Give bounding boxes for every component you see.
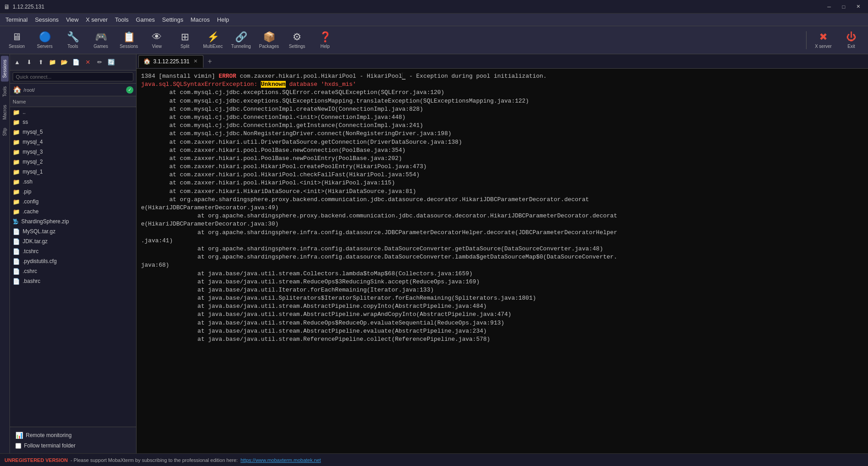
terminal-line: e(HikariJDBCParameterDecorator.java:30)	[141, 220, 863, 228]
tools-label: Tools	[67, 44, 78, 49]
terminal-line: at java.base/java.util.stream.Collectors…	[141, 270, 863, 278]
terminal-line: at java.base/java.util.stream.AbstractPi…	[141, 327, 863, 335]
side-tab-macros[interactable]: Macros	[1, 101, 9, 123]
list-item[interactable]: 📄MySQL.tar.gz	[10, 226, 136, 236]
file-item-name: mysql_3	[23, 149, 133, 155]
file-new-folder-button[interactable]: 📁	[47, 57, 58, 68]
file-up-button[interactable]: ▲	[12, 57, 23, 68]
menu-view[interactable]: View	[62, 15, 82, 24]
side-tab-sftp[interactable]: Sftp	[1, 124, 9, 140]
menu-terminal[interactable]: Terminal	[2, 15, 31, 24]
remote-monitor[interactable]: 📊 Remote monitoring	[13, 430, 133, 441]
side-tab-sessions[interactable]: Sessions	[1, 56, 9, 82]
file-download-button[interactable]: ⬇	[24, 57, 34, 68]
packages-icon: 📦	[263, 31, 275, 43]
file-delete-button[interactable]: ✕	[82, 57, 93, 68]
list-item[interactable]: 📁.ssh	[10, 177, 136, 187]
menu-sessions[interactable]: Sessions	[31, 15, 62, 24]
terminal-line: at org.apache.shardingsphere.proxy.backe…	[141, 196, 863, 204]
list-item[interactable]: 📄JDK.tar.gz	[10, 236, 136, 246]
exit-icon: ⏻	[846, 31, 856, 43]
list-item[interactable]: 📁.config	[10, 197, 136, 207]
list-item[interactable]: 📄.cshrc	[10, 266, 136, 276]
file-item-name: ss	[23, 119, 133, 125]
side-tab-tools[interactable]: Tools	[1, 83, 9, 100]
follow-folder-checkbox[interactable]	[15, 443, 21, 449]
status-message: - Please support MobaXterm by subscribin…	[71, 457, 238, 463]
multiexec-label: MultiExec	[203, 44, 222, 49]
menu-settings[interactable]: Settings	[159, 15, 187, 24]
terminal-line: at com.mysql.cj.jdbc.ConnectionImpl.<ini…	[141, 113, 863, 122]
toolbar-separator	[806, 31, 807, 49]
toolbar-multiexec[interactable]: ⚡ MultiExec	[200, 28, 226, 53]
terminal-line: e(HikariJDBCParameterDecorator.java:49)	[141, 204, 863, 212]
list-item[interactable]: 📄.pydistutils.cfg	[10, 256, 136, 266]
toolbar-packages[interactable]: 📦 Packages	[256, 28, 282, 53]
follow-folder: Follow terminal folder	[13, 441, 133, 451]
tab-close-button[interactable]: ✕	[192, 58, 198, 65]
file-item-name: mysql_2	[23, 159, 133, 165]
list-item[interactable]: 📁mysql_4	[10, 137, 136, 147]
toolbar-view[interactable]: 👁 View	[144, 28, 170, 53]
mobatek-link[interactable]: https://www.mobaxterm.mobatek.net	[241, 457, 321, 463]
status-bar: UNREGISTERED VERSION - Please support Mo…	[0, 453, 868, 466]
menu-help[interactable]: Help	[213, 15, 233, 24]
list-item[interactable]: 📁.cache	[10, 207, 136, 217]
file-item-name: JDK.tar.gz	[23, 238, 133, 245]
tab-main[interactable]: 🏠 3.1.12.225.131 ✕	[138, 55, 203, 68]
list-item[interactable]: 📁mysql_3	[10, 147, 136, 157]
toolbar-sessions[interactable]: 📋 Sessions	[116, 28, 142, 53]
file-item-name: .cache	[23, 208, 133, 215]
menu-tools[interactable]: Tools	[111, 15, 132, 24]
toolbar-tools[interactable]: 🔧 Tools	[60, 28, 86, 53]
list-item[interactable]: 📄.bashrc	[10, 276, 136, 286]
file-upload-button[interactable]: ⬆	[35, 57, 46, 68]
toolbar-session[interactable]: 🖥 Session	[4, 28, 30, 53]
quick-connect-input[interactable]	[13, 72, 133, 81]
toolbar-games[interactable]: 🎮 Games	[88, 28, 114, 53]
file-panel-bottom: 📊 Remote monitoring Follow terminal fold…	[10, 427, 136, 453]
file-item-icon: 📄	[13, 248, 20, 255]
file-item-icon: 📁	[13, 159, 20, 165]
file-rename-button[interactable]: ✏	[94, 57, 105, 68]
file-item-name: .pydistutils.cfg	[23, 258, 133, 264]
list-item[interactable]: 📁..	[10, 107, 136, 117]
file-toolbar: ▲ ⬇ ⬆ 📁 📂 📄 ✕ ✏ 🔄	[10, 54, 136, 71]
menu-games[interactable]: Games	[132, 15, 159, 24]
close-button[interactable]: ✕	[852, 2, 864, 11]
maximize-button[interactable]: □	[837, 2, 850, 11]
toolbar-xserver[interactable]: ✖ X server	[810, 28, 836, 53]
games-label: Games	[94, 44, 108, 49]
new-tab-button[interactable]: +	[204, 56, 215, 67]
list-item[interactable]: 📁mysql_5	[10, 127, 136, 137]
list-item[interactable]: 📁ss	[10, 117, 136, 127]
file-item-name: ..	[23, 109, 133, 115]
file-item-icon: 📄	[13, 228, 20, 235]
file-open-button[interactable]: 📂	[59, 57, 70, 68]
terminal-line: at com.zaxxer.hikari.pool.HikariPool.che…	[141, 171, 863, 179]
file-refresh-button[interactable]: 🔄	[106, 57, 117, 68]
terminal-line: at com.zaxxer.hikari.pool.HikariPool.<in…	[141, 179, 863, 187]
app-icon: 🖥	[4, 3, 10, 10]
list-item[interactable]: 📄.tcshrc	[10, 246, 136, 256]
toolbar-servers[interactable]: 🔵 Servers	[32, 28, 58, 53]
list-item[interactable]: 📁mysql_2	[10, 157, 136, 167]
menu-macros[interactable]: Macros	[187, 15, 213, 24]
minimize-button[interactable]: ─	[823, 2, 835, 11]
toolbar-tunneling[interactable]: 🔗 Tunneling	[228, 28, 254, 53]
menu-xserver[interactable]: X server	[82, 15, 111, 24]
list-item[interactable]: 🗜ShardingSphere.zip	[10, 217, 136, 226]
file-col-name: Name	[13, 99, 26, 104]
toolbar-exit[interactable]: ⏻ Exit	[838, 28, 864, 53]
toolbar-split[interactable]: ⊞ Split	[172, 28, 198, 53]
path-ok-indicator: ✓	[126, 86, 133, 94]
toolbar-settings[interactable]: ⚙ Settings	[284, 28, 310, 53]
file-new-file-button[interactable]: 📄	[71, 57, 81, 68]
toolbar-help[interactable]: ❓ Help	[312, 28, 338, 53]
terminal-line: at com.mysql.cj.jdbc.ConnectionImpl.getI…	[141, 122, 863, 130]
terminal-output[interactable]: 1384 [manstall vimin] ERROR com.zaxxer.h…	[137, 69, 868, 453]
list-item[interactable]: 📁mysql_1	[10, 167, 136, 177]
terminal-line: at com.zaxxer.hikari.pool.HikariPool.cre…	[141, 163, 863, 171]
terminal-line: at org.apache.shardingsphere.infra.confi…	[141, 253, 863, 261]
list-item[interactable]: 📁.pip	[10, 187, 136, 197]
